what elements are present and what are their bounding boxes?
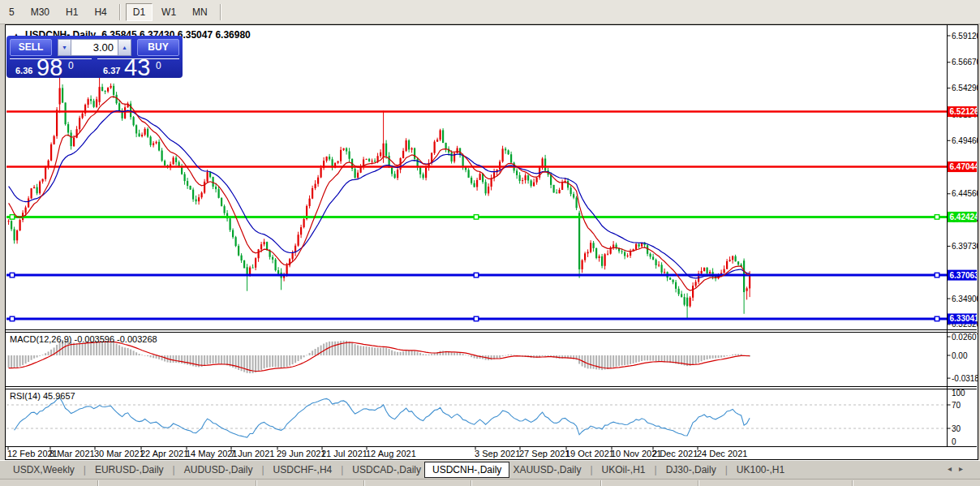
price-tick-label: 6.44560: [952, 189, 978, 198]
date-tick-label: 29 Jun 2021: [277, 449, 326, 458]
level-drag-handle[interactable]: [474, 273, 479, 277]
date-tick-label: 19 Oct 2021: [565, 449, 614, 458]
buy-price-point: 0: [156, 60, 161, 71]
price-tick-label: 6.39730: [952, 242, 978, 251]
status-bar-separator: [852, 480, 853, 486]
sell-price-prefix: 6.36: [15, 66, 32, 75]
status-bar-separator: [363, 480, 365, 486]
level-drag-handle[interactable]: [10, 316, 15, 321]
date-tick-label: 3 Sep 2021: [475, 449, 520, 458]
price-tick-label: 6.59120: [952, 32, 978, 41]
tab-scroll-arrows: ◂▸: [948, 464, 970, 473]
pane-frame: [6, 25, 977, 447]
level-drag-handle[interactable]: [474, 215, 479, 220]
date-tick-label: 27 Sep 2021: [519, 449, 570, 458]
volume-input[interactable]: [71, 39, 118, 56]
timeframe-button-w1[interactable]: W1: [154, 3, 183, 21]
price-tick-label: 6.54290: [952, 84, 978, 92]
chart-tab-ukoil-h1[interactable]: UKOil-,H1: [599, 462, 649, 477]
chart-tab-xauusd-daily[interactable]: XAUUSD-,Daily: [509, 462, 584, 477]
timeframe-button-mn[interactable]: MN: [185, 3, 215, 21]
date-axis: 12 Feb 20218 Mar 202130 Mar 202122 Apr 2…: [7, 447, 747, 458]
chart-tab-usdx-weekly[interactable]: USDX,Weekly: [10, 462, 78, 477]
tab-separator: |: [84, 464, 86, 475]
timeframe-button-5[interactable]: 5: [2, 3, 22, 21]
sell-price-display[interactable]: 6.36 98 0: [10, 58, 92, 76]
rsi-line: [15, 398, 750, 437]
status-bar-separator: [471, 480, 472, 486]
date-tick-label: 21 Jul 2021: [321, 449, 368, 458]
moving-average-slow: [9, 110, 750, 278]
status-bar-separator: [256, 480, 257, 486]
timeframe-button-m30[interactable]: M30: [24, 3, 57, 21]
chart-canvas: 6.591206.566706.542906.518406.494606.445…: [6, 25, 978, 459]
tab-separator: |: [590, 464, 592, 475]
one-click-order-row: SELL ▼ ▲ BUY: [10, 38, 179, 56]
rsi-axis-label: 0: [952, 437, 956, 446]
level-price-badge-label: 6.42424: [950, 213, 978, 221]
toolbar-separator: [220, 4, 221, 20]
timeframe-button-h1[interactable]: H1: [58, 3, 85, 21]
symbol-tab-bar: USDX,Weekly|EURUSD-,Daily|AUDUSD-,Daily|…: [0, 460, 980, 479]
date-tick-label: 2 Dec 2021: [652, 449, 698, 458]
trading-terminal: { "toolbar": { "timeframes": [ {"label":…: [0, 0, 980, 486]
tab-scroll-left-icon[interactable]: ◂: [948, 464, 959, 473]
date-tick-label: 30 Mar 2021: [94, 449, 144, 458]
macd-axis-label: 0.02607: [952, 333, 978, 342]
price-tick-label: 6.34900: [952, 295, 978, 303]
chart-tab-uk100-h1[interactable]: UK100-,H1: [733, 462, 788, 477]
candles-layer: [8, 71, 751, 318]
one-click-price-row: 6.36 98 0 6.37 43 0: [10, 58, 179, 76]
level-drag-handle[interactable]: [10, 273, 15, 277]
sell-button[interactable]: SELL: [10, 39, 52, 56]
status-bar: [0, 479, 980, 486]
level-drag-handle[interactable]: [935, 215, 939, 220]
tab-scroll-right-icon[interactable]: ▸: [959, 464, 970, 473]
level-price-badge-label: 6.33041: [950, 314, 978, 323]
sell-price-point: 0: [68, 60, 74, 71]
tab-separator: |: [261, 464, 264, 475]
level-price-badge-label: 6.37063: [950, 271, 978, 280]
sell-price-pips: 98: [37, 57, 62, 78]
volume-increase-button[interactable]: ▲: [118, 39, 131, 56]
price-axis: 6.591206.566706.542906.518406.494606.445…: [948, 32, 978, 446]
tab-separator: |: [725, 464, 728, 475]
level-price-badge-label: 6.52126: [950, 107, 978, 116]
tab-separator: |: [173, 464, 175, 475]
timeframe-toolbar: 5M30H1H4D1W1MN: [0, 0, 980, 24]
macd-histogram-layer: [8, 340, 751, 373]
one-click-trading-panel: SELL ▼ ▲ BUY 6.36 98 0 6.37 43 0: [6, 36, 183, 78]
macd-axis-label: 0.00: [952, 351, 968, 360]
rsi-indicator-label: RSI(14) 45.9657: [10, 391, 75, 401]
tab-separator: |: [341, 464, 343, 475]
level-drag-handle[interactable]: [474, 316, 479, 321]
chart-tab-usdcnh-daily[interactable]: USDCNH-,Daily: [424, 462, 509, 478]
timeframe-button-h4[interactable]: H4: [87, 3, 114, 21]
level-price-badge-label: 6.47044: [950, 162, 978, 171]
rsi-axis-label: 70: [952, 401, 961, 410]
chart-tab-dj30-daily[interactable]: DJ30-,Daily: [663, 462, 720, 477]
buy-button[interactable]: BUY: [137, 39, 179, 56]
buy-price-pips: 43: [124, 57, 150, 78]
chart-tab-eurusd-daily[interactable]: EURUSD-,Daily: [92, 462, 167, 477]
date-tick-label: 22 Apr 2021: [140, 449, 188, 458]
status-bar-separator: [698, 480, 699, 486]
status-bar-separator: [97, 480, 99, 486]
buy-price-display[interactable]: 6.37 43 0: [97, 58, 179, 76]
chart-window: 6.591206.566706.542906.518406.494606.445…: [5, 24, 978, 460]
chart-tab-usdcad-daily[interactable]: USDCAD-,Daily: [349, 462, 424, 477]
level-drag-handle[interactable]: [935, 273, 939, 277]
date-tick-label: 24 Dec 2021: [697, 449, 747, 458]
volume-decrease-button[interactable]: ▼: [58, 39, 71, 56]
chart-tab-audusd-daily[interactable]: AUDUSD-,Daily: [181, 462, 256, 477]
date-tick-label: 12 Aug 2021: [366, 449, 416, 458]
level-drag-handle[interactable]: [935, 316, 939, 321]
toolbar-separator: [119, 4, 121, 20]
macd-indicator-label: MACD(12,26,9) -0.003596 -0.003268: [10, 334, 157, 344]
price-tick-label: 6.56670: [952, 58, 978, 67]
level-drag-handle[interactable]: [10, 215, 15, 220]
timeframe-button-d1[interactable]: D1: [126, 3, 153, 21]
price-levels-layer: [6, 112, 947, 321]
price-tick-label: 6.49460: [952, 136, 978, 145]
chart-tab-usdchf-h4[interactable]: USDCHF-,H4: [270, 462, 336, 477]
